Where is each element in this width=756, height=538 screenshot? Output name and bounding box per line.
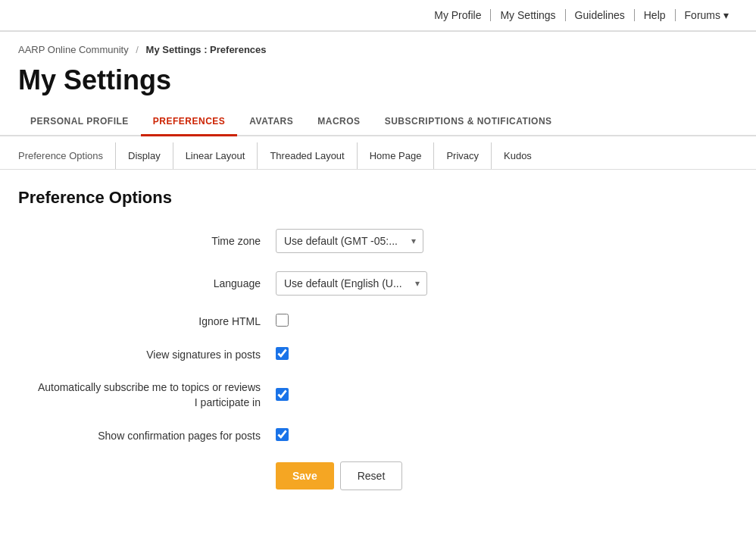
section-tab-display[interactable]: Display (115, 142, 173, 169)
timezone-label: Time zone (18, 235, 276, 247)
tab-avatars[interactable]: Avatars (237, 108, 305, 136)
language-select-wrapper: Use default (English (U... ▾ (276, 271, 427, 296)
section-tab-privacy[interactable]: Privacy (433, 142, 491, 169)
view-signatures-row: View signatures in posts (18, 347, 738, 362)
tab-navigation: Personal Profile Preferences Avatars Mac… (0, 108, 756, 136)
language-label: Language (18, 277, 276, 289)
main-content: Preference Options Time zone Use default… (0, 170, 756, 508)
ignore-html-label: Ignore HTML (18, 315, 276, 327)
breadcrumb-separator: / (136, 44, 139, 55)
section-tab-kudos[interactable]: Kudos (491, 142, 544, 169)
view-signatures-label: View signatures in posts (18, 349, 276, 361)
language-select[interactable]: Use default (English (U... (276, 271, 427, 296)
view-signatures-control (276, 347, 738, 362)
timezone-select-wrapper: Use default (GMT -05:... ▾ (276, 229, 423, 253)
nav-forums[interactable]: Forums ▾ (676, 9, 738, 21)
button-row: Save Reset (18, 461, 738, 490)
nav-guidelines[interactable]: Guidelines (566, 9, 635, 21)
save-button[interactable]: Save (276, 462, 334, 490)
ignore-html-row: Ignore HTML (18, 314, 738, 329)
tab-personal-profile[interactable]: Personal Profile (18, 108, 141, 136)
breadcrumb: AARP Online Community / My Settings : Pr… (0, 32, 756, 61)
confirmation-pages-checkbox[interactable] (276, 428, 289, 441)
breadcrumb-home[interactable]: AARP Online Community (18, 44, 129, 55)
section-tab-home-page[interactable]: Home Page (357, 142, 434, 169)
section-title: Preference Options (18, 188, 738, 208)
view-signatures-checkbox[interactable] (276, 347, 289, 360)
nav-help[interactable]: Help (635, 9, 676, 21)
auto-subscribe-row: Automatically subscribe me to topics or … (18, 380, 738, 410)
confirmation-pages-control (276, 428, 738, 443)
section-tabs: Preference Options Display Linear Layout… (0, 142, 756, 170)
section-tab-linear-layout[interactable]: Linear Layout (173, 142, 258, 169)
timezone-control: Use default (GMT -05:... ▾ (276, 229, 738, 253)
tab-preferences[interactable]: Preferences (141, 108, 238, 136)
tab-macros[interactable]: Macros (305, 108, 372, 136)
ignore-html-checkbox[interactable] (276, 314, 289, 327)
breadcrumb-current: My Settings : Preferences (146, 44, 267, 55)
page-title: My Settings (0, 61, 756, 108)
confirmation-pages-row: Show confirmation pages for posts (18, 428, 738, 443)
auto-subscribe-checkbox[interactable] (276, 388, 289, 401)
top-navigation: My Profile My Settings Guidelines Help F… (0, 0, 756, 31)
auto-subscribe-label: Automatically subscribe me to topics or … (18, 380, 276, 410)
ignore-html-control (276, 314, 738, 329)
language-row: Language Use default (English (U... ▾ (18, 271, 738, 296)
section-tabs-label: Preference Options (18, 142, 112, 169)
confirmation-pages-label: Show confirmation pages for posts (18, 430, 276, 442)
language-control: Use default (English (U... ▾ (276, 271, 738, 296)
nav-my-profile[interactable]: My Profile (425, 9, 491, 21)
tab-subscriptions[interactable]: Subscriptions & Notifications (373, 108, 564, 136)
nav-my-settings[interactable]: My Settings (491, 9, 565, 21)
section-tab-threaded-layout[interactable]: Threaded Layout (257, 142, 356, 169)
reset-button[interactable]: Reset (340, 461, 403, 490)
chevron-down-icon: ▾ (723, 9, 729, 21)
auto-subscribe-control (276, 388, 738, 403)
timezone-row: Time zone Use default (GMT -05:... ▾ (18, 229, 738, 253)
timezone-select[interactable]: Use default (GMT -05:... (276, 229, 423, 253)
